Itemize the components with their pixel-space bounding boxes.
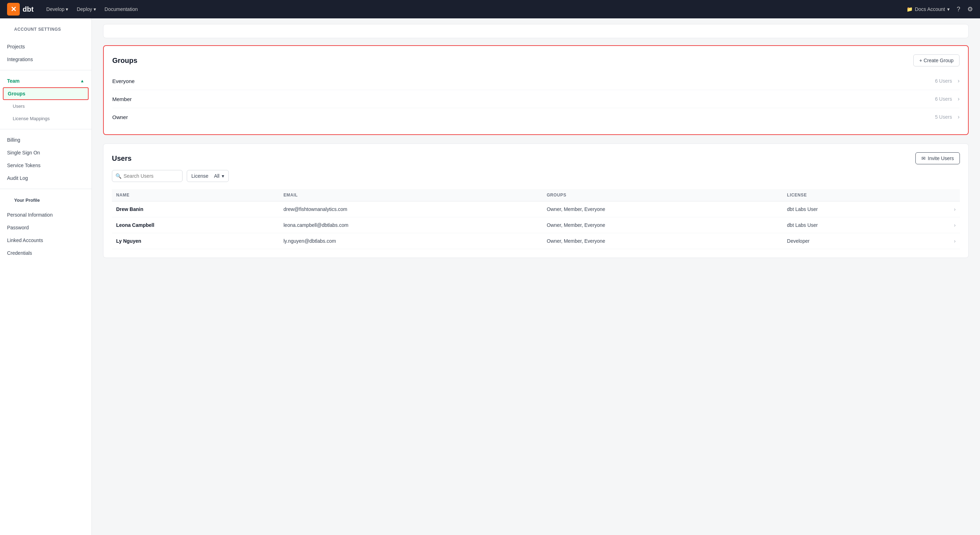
user-name-ly: Ly Nguyen [112,233,279,249]
group-row-member[interactable]: Member 6 Users › [112,90,959,108]
groups-panel-header: Groups + Create Group [112,54,959,66]
settings-button[interactable]: ⚙ [967,5,973,13]
users-controls: 🔍 License All ▾ [112,170,960,182]
leona-row-chevron-icon: › [924,217,960,233]
invite-users-button[interactable]: ✉ Invite Users [915,152,960,164]
users-panel: Users ✉ Invite Users 🔍 License All ▾ [103,144,969,258]
sidebar-divider-1 [0,70,91,70]
help-button[interactable]: ? [957,6,960,13]
col-groups: Groups [542,189,783,201]
sidebar-item-password[interactable]: Password [0,221,91,234]
member-chevron-icon: › [958,96,959,102]
user-email-drew: drew@fishtownanalytics.com [279,201,542,217]
account-selector[interactable]: 📁 Docs Account ▾ [907,6,950,12]
top-search-hint [103,24,969,38]
user-name-drew: Drew Banin [112,201,279,217]
user-license-leona: dbt Labs User [783,217,924,233]
user-email-ly: ly.nguyen@dbtlabs.com [279,233,542,249]
ly-row-chevron-icon: › [924,233,960,249]
table-row[interactable]: Ly Nguyen ly.nguyen@dbtlabs.com Owner, M… [112,233,960,249]
sidebar-item-service-tokens[interactable]: Service Tokens [0,159,91,172]
user-groups-ly: Owner, Member, Everyone [542,233,783,249]
sidebar-item-credentials[interactable]: Credentials [0,247,91,259]
main-content: Groups + Create Group Everyone 6 Users ›… [92,18,980,535]
users-table-header: Name Email Groups License [112,189,960,201]
groups-list: Everyone 6 Users › Member 6 Users › [112,72,959,126]
user-groups-drew: Owner, Member, Everyone [542,201,783,217]
sidebar-item-sso[interactable]: Single Sign On [0,146,91,159]
user-license-drew: dbt Labs User [783,201,924,217]
user-groups-leona: Owner, Member, Everyone [542,217,783,233]
groups-panel: Groups + Create Group Everyone 6 Users ›… [103,45,969,135]
table-row[interactable]: Drew Banin drew@fishtownanalytics.com Ow… [112,201,960,217]
col-email: Email [279,189,542,201]
nav-deploy[interactable]: Deploy ▾ [76,6,96,12]
sidebar-item-linked-accounts[interactable]: Linked Accounts [0,234,91,247]
topnav-right: 📁 Docs Account ▾ ? ⚙ [907,5,973,13]
account-settings-label: Account Settings [7,27,84,35]
user-license-ly: Developer [783,233,924,249]
nav-develop[interactable]: Develop ▾ [46,6,68,12]
dbt-logo-icon: ✕ [7,3,20,16]
sidebar-item-users[interactable]: Users [0,100,91,112]
sidebar-item-personal-info[interactable]: Personal Information [0,209,91,221]
logo[interactable]: ✕ dbt [7,3,33,16]
account-chevron-icon: ▾ [947,6,950,12]
license-filter-dropdown[interactable]: License All ▾ [187,170,229,182]
sidebar-item-audit-log[interactable]: Audit Log [0,172,91,184]
users-title: Users [112,155,132,163]
page-layout: Account Settings Projects Integrations T… [0,18,980,535]
develop-chevron-icon: ▾ [66,6,68,12]
table-row[interactable]: Leona Campbell leona.campbell@dbtlabs.co… [112,217,960,233]
create-group-button[interactable]: + Create Group [913,54,959,66]
user-name-leona: Leona Campbell [112,217,279,233]
group-row-owner[interactable]: Owner 5 Users › [112,108,959,126]
deploy-chevron-icon: ▾ [94,6,96,12]
users-table: Name Email Groups License Drew Banin dre… [112,189,960,249]
sidebar-divider-2 [0,129,91,129]
svg-text:✕: ✕ [11,5,17,13]
sidebar-item-groups[interactable]: Groups [3,87,89,100]
users-table-body: Drew Banin drew@fishtownanalytics.com Ow… [112,201,960,249]
user-email-leona: leona.campbell@dbtlabs.com [279,217,542,233]
search-wrapper: 🔍 [112,170,183,182]
owner-chevron-icon: › [958,114,959,120]
col-name: Name [112,189,279,201]
search-icon: 🔍 [115,173,121,179]
sidebar-team-header[interactable]: Team ▲ [0,75,91,87]
license-filter-chevron-icon: ▾ [222,173,224,179]
sidebar-item-billing[interactable]: Billing [0,134,91,146]
everyone-chevron-icon: › [958,78,959,84]
sidebar-item-projects[interactable]: Projects [0,40,91,53]
users-panel-header: Users ✉ Invite Users [112,152,960,164]
sidebar-item-integrations[interactable]: Integrations [0,53,91,66]
sidebar-item-license-mappings[interactable]: License Mappings [0,112,91,125]
col-license: License [783,189,924,201]
top-navigation: ✕ dbt Develop ▾ Deploy ▾ Documentation 📁… [0,0,980,18]
group-row-everyone[interactable]: Everyone 6 Users › [112,72,959,90]
folder-icon: 📁 [907,6,913,12]
envelope-icon: ✉ [921,155,926,161]
nav-documentation[interactable]: Documentation [105,6,138,12]
drew-row-chevron-icon: › [924,201,960,217]
col-action [924,189,960,201]
search-users-input[interactable] [112,170,183,182]
groups-title: Groups [112,56,137,65]
team-chevron-icon: ▲ [80,78,84,83]
your-profile-label: Your Profile [7,198,84,206]
sidebar: Account Settings Projects Integrations T… [0,18,92,535]
logo-text: dbt [22,5,33,13]
